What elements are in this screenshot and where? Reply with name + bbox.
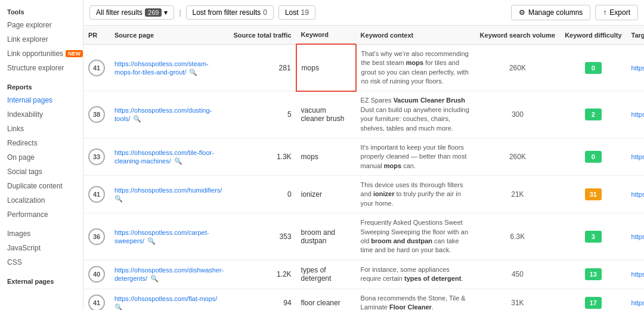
difficulty-badge: 0 bbox=[585, 151, 602, 163]
sidebar-item-links[interactable]: Links bbox=[0, 122, 83, 136]
lost2-label: Lost bbox=[285, 8, 299, 17]
lost2-count: 19 bbox=[301, 8, 309, 17]
sidebar-item-page-explorer[interactable]: Page explorer bbox=[0, 18, 83, 32]
traffic-cell: 353 bbox=[228, 213, 296, 261]
reports-section-title: Reports bbox=[0, 80, 83, 93]
table-row: 41https://ohsospotless.com/steam-mops-fo… bbox=[83, 44, 644, 91]
target-cell: https:// bbox=[627, 176, 644, 213]
source-page-link[interactable]: https://ohsospotless.com/dishwasher-dete… bbox=[114, 266, 224, 282]
keyword-context-cell: EZ Spares Vacuum Cleaner Brush Dust can … bbox=[356, 91, 475, 138]
sidebar-item-duplicate-content[interactable]: Duplicate content bbox=[0, 179, 83, 193]
keyword-context-cell: This device uses its thorough filters an… bbox=[356, 176, 475, 213]
keyword-cell: mops bbox=[296, 44, 356, 91]
col-header-kw-difficulty: Keyword difficulty bbox=[560, 26, 626, 44]
pr-badge: 36 bbox=[88, 228, 105, 245]
difficulty-cell: 2 bbox=[560, 91, 626, 138]
source-page-link[interactable]: https://ohsospotless.com/tile-floor-clea… bbox=[114, 149, 214, 165]
export-label: Export bbox=[609, 8, 630, 17]
difficulty-cell: 0 bbox=[560, 138, 626, 175]
table-row: 40https://ohsospotless.com/dishwasher-de… bbox=[83, 260, 644, 289]
sidebar-item-redirects[interactable]: Redirects bbox=[0, 136, 83, 150]
filter-count: 269 bbox=[145, 8, 162, 17]
toolbar: All filter results 269 ▾ | Lost from fil… bbox=[83, 0, 644, 26]
sidebar-item-images[interactable]: Images bbox=[0, 227, 83, 241]
table-row: 38https://ohsospotless.com/dusting-tools… bbox=[83, 91, 644, 138]
pr-badge: 41 bbox=[88, 294, 105, 310]
pr-cell: 38 bbox=[83, 91, 110, 138]
sidebar-item-link-opportunities[interactable]: Link opportunities NEW bbox=[0, 46, 83, 61]
target-cell: https:// vacuum... bbox=[627, 91, 644, 138]
data-table-wrapper: PR Source page Source total traffic Keyw… bbox=[83, 26, 644, 310]
all-filter-results-button[interactable]: All filter results 269 ▾ bbox=[89, 5, 174, 20]
keyword-cell: broom and dustpan bbox=[296, 213, 356, 261]
pr-cell: 36 bbox=[83, 213, 110, 261]
keyword-cell: mops bbox=[296, 138, 356, 175]
difficulty-badge: 0 bbox=[585, 62, 602, 74]
volume-cell: 31K bbox=[475, 289, 561, 310]
source-page-cell: https://ohsospotless.com/dusting-tools/ … bbox=[110, 91, 228, 138]
keyword-context-cell: Bona recommends the Stone, Tile & Lamina… bbox=[356, 289, 475, 310]
difficulty-cell: 0 bbox=[560, 44, 626, 91]
gear-icon: ⚙ bbox=[519, 8, 525, 17]
sidebar-item-structure-explorer[interactable]: Structure explorer bbox=[0, 61, 83, 75]
main-content: All filter results 269 ▾ | Lost from fil… bbox=[83, 0, 644, 310]
source-page-link[interactable]: https://ohsospotless.com/dusting-tools/ bbox=[114, 107, 212, 122]
sidebar-item-css[interactable]: CSS bbox=[0, 255, 83, 269]
traffic-cell: 1.3K bbox=[228, 138, 296, 175]
source-page-link[interactable]: https://ohsospotless.com/humidifiers/ bbox=[114, 187, 222, 194]
source-page-cell: https://ohsospotless.com/steam-mops-for-… bbox=[110, 44, 228, 91]
col-header-source-page: Source page bbox=[110, 26, 228, 44]
difficulty-badge: 17 bbox=[585, 297, 602, 309]
sidebar-item-javascript[interactable]: JavaScript bbox=[0, 241, 83, 255]
traffic-cell: 281 bbox=[228, 44, 296, 91]
table-row: 36https://ohsospotless.com/carpet-sweepe… bbox=[83, 213, 644, 261]
data-table: PR Source page Source total traffic Keyw… bbox=[83, 26, 644, 310]
lost2-filter-button[interactable]: Lost 19 bbox=[278, 5, 315, 20]
pr-badge: 33 bbox=[88, 148, 105, 165]
col-header-kw-search-volume: Keyword search volume bbox=[475, 26, 561, 44]
search-icon[interactable]: 🔍 bbox=[114, 195, 123, 202]
sidebar-item-localization[interactable]: Localization bbox=[0, 193, 83, 207]
export-button[interactable]: ↑ Export bbox=[595, 5, 638, 20]
sidebar-item-performance[interactable]: Performance bbox=[0, 207, 83, 222]
manage-columns-label: Manage columns bbox=[528, 8, 583, 17]
col-header-target-page: Target p... bbox=[627, 26, 644, 44]
pr-cell: 41 bbox=[83, 176, 110, 213]
traffic-cell: 5 bbox=[228, 91, 296, 138]
search-icon[interactable]: 🔍 bbox=[131, 115, 141, 122]
pr-cell: 33 bbox=[83, 138, 110, 175]
volume-cell: 6.3K bbox=[475, 213, 561, 261]
keyword-context-cell: Frequently Asked Questions Sweet Sweepin… bbox=[356, 213, 475, 261]
search-icon[interactable]: 🔍 bbox=[114, 303, 123, 310]
source-page-link[interactable]: https://ohsospotless.com/flat-mops/ bbox=[114, 295, 217, 302]
sidebar-item-on-page[interactable]: On page bbox=[0, 150, 83, 165]
source-page-cell: https://ohsospotless.com/flat-mops/ 🔍 bbox=[110, 289, 228, 310]
sidebar-item-indexability[interactable]: Indexability bbox=[0, 107, 83, 122]
search-icon[interactable]: 🔍 bbox=[172, 157, 182, 165]
search-icon[interactable]: 🔍 bbox=[148, 275, 159, 282]
col-header-source-traffic: Source total traffic bbox=[228, 26, 296, 44]
traffic-cell: 0 bbox=[228, 176, 296, 213]
col-header-pr: PR bbox=[83, 26, 110, 44]
source-page-link[interactable]: https://ohsospotless.com/carpet-sweepers… bbox=[114, 229, 209, 244]
lost-count: 0 bbox=[263, 8, 267, 17]
source-page-cell: https://ohsospotless.com/dishwasher-dete… bbox=[110, 260, 228, 289]
lost-label: Lost from filter results bbox=[193, 8, 261, 17]
sidebar-item-internal-pages[interactable]: Internal pages bbox=[0, 93, 83, 107]
chevron-down-icon: ▾ bbox=[164, 8, 168, 17]
pr-cell: 41 bbox=[83, 289, 110, 310]
sidebar-item-social-tags[interactable]: Social tags bbox=[0, 165, 83, 179]
search-icon[interactable]: 🔍 bbox=[187, 69, 197, 76]
difficulty-cell: 17 bbox=[560, 289, 626, 310]
lost-filter-button[interactable]: Lost from filter results 0 bbox=[186, 5, 274, 20]
target-cell: https:// dustpan... bbox=[627, 213, 644, 261]
target-cell: https:// bbox=[627, 138, 644, 175]
col-header-keyword-context: Keyword context bbox=[356, 26, 475, 44]
table-row: 33https://ohsospotless.com/tile-floor-cl… bbox=[83, 138, 644, 175]
volume-cell: 450 bbox=[475, 260, 561, 289]
table-row: 41https://ohsospotless.com/flat-mops/ 🔍9… bbox=[83, 289, 644, 310]
manage-columns-button[interactable]: ⚙ Manage columns bbox=[511, 5, 590, 20]
difficulty-cell: 31 bbox=[560, 176, 626, 213]
search-icon[interactable]: 🔍 bbox=[145, 237, 156, 244]
sidebar-item-link-explorer[interactable]: Link explorer bbox=[0, 32, 83, 46]
